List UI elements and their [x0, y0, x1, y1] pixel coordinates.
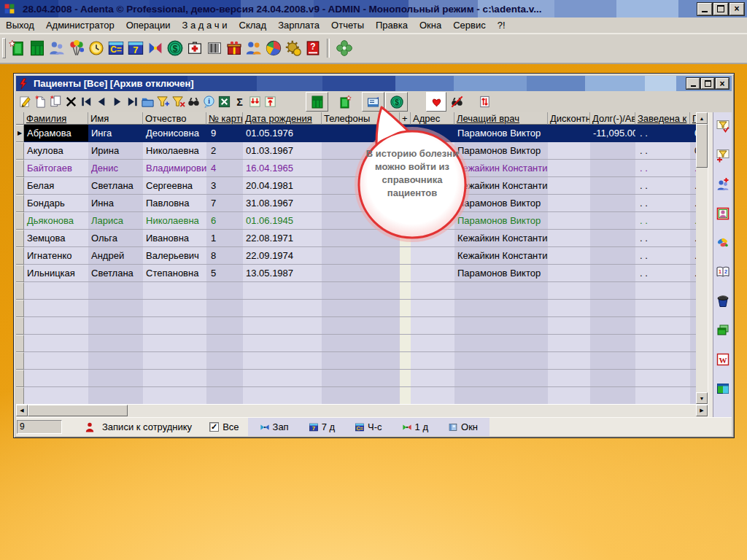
- column-header[interactable]: Долг(-)/Ава: [590, 112, 635, 125]
- table-row[interactable]: ▶ Абрамова Инга Деонисовна 9 01.05.1976: [16, 125, 696, 142]
- column-header[interactable]: Гар: [690, 112, 696, 125]
- table-row[interactable]: Байтогаев Денис Владимирович 4 16.04.196…: [16, 160, 696, 177]
- open-folder-icon[interactable]: [140, 94, 155, 110]
- excel-icon[interactable]: [217, 94, 232, 110]
- clock-icon[interactable]: [86, 39, 106, 58]
- staff-pair-icon[interactable]: [244, 39, 263, 58]
- column-header[interactable]: Телефоны: [322, 112, 400, 125]
- prev-record-icon[interactable]: [94, 94, 109, 110]
- column-header[interactable]: Заведена к: [635, 112, 690, 125]
- menu-item[interactable]: З а д а ч и: [177, 18, 233, 32]
- window-close-button[interactable]: ×: [716, 78, 729, 89]
- filter-add-icon[interactable]: [155, 94, 171, 110]
- import-icon[interactable]: [247, 94, 263, 110]
- table-row[interactable]: Белая Светлана Сергеевна 3 20.04.1981 Ке…: [16, 177, 696, 195]
- copy-record-icon[interactable]: [48, 94, 63, 110]
- word-export-icon[interactable]: [716, 352, 730, 369]
- column-header[interactable]: +: [400, 112, 411, 125]
- close-button[interactable]: ×: [729, 3, 744, 15]
- gift-icon[interactable]: [224, 39, 244, 58]
- column-header[interactable]: Дисконтн: [548, 112, 590, 125]
- vertical-scrollbar[interactable]: ▲ ▼: [696, 112, 708, 404]
- edit-icon[interactable]: [18, 94, 33, 110]
- column-header[interactable]: Лечащий врач: [454, 112, 548, 125]
- window-maximize-button[interactable]: [701, 78, 714, 89]
- ribbons-icon[interactable]: [145, 39, 165, 58]
- menu-item[interactable]: Выход: [0, 18, 40, 32]
- table-row[interactable]: Дьяконова Лариса Николаевна 6 01.06.1945…: [16, 212, 696, 230]
- add-patient-icon[interactable]: [716, 177, 730, 194]
- delete-icon[interactable]: [63, 94, 79, 110]
- menu-item[interactable]: Операции: [120, 18, 177, 32]
- column-header[interactable]: Имя: [88, 112, 143, 125]
- horizontal-scrollbar[interactable]: ◀ ▶: [16, 404, 708, 417]
- schedule-grid-icon[interactable]: [27, 39, 47, 58]
- exit-star-button[interactable]: [336, 94, 355, 110]
- window-minimize-button[interactable]: [686, 78, 700, 89]
- info-icon[interactable]: [201, 94, 217, 110]
- column-header[interactable]: Отчество: [143, 112, 206, 125]
- table-row[interactable]: Акулова Ирина Николаевна 2 01.03.1967 Па…: [16, 142, 696, 160]
- last-record-icon[interactable]: [125, 94, 140, 110]
- medkit-icon[interactable]: [185, 39, 204, 58]
- patients-icon[interactable]: [47, 39, 66, 58]
- planner-book-icon[interactable]: [716, 265, 730, 281]
- scroll-left-button[interactable]: ◀: [16, 405, 28, 416]
- table-row[interactable]: Игнатенко Андрей Валерьевич 8 22.09.1974…: [16, 247, 696, 265]
- quick-button[interactable]: Ч-с: [355, 421, 382, 432]
- column-header[interactable]: Фамилия: [24, 112, 88, 125]
- column-header[interactable]: Дата рождения: [243, 112, 322, 125]
- medical-history-button[interactable]: [362, 92, 384, 112]
- find-off-icon[interactable]: [448, 94, 465, 110]
- help-book-icon[interactable]: [303, 39, 322, 58]
- new-record-icon[interactable]: [33, 94, 48, 110]
- menu-item[interactable]: Правка: [370, 18, 414, 32]
- heart-button[interactable]: [426, 92, 446, 112]
- scroll-right-button[interactable]: ▶: [696, 405, 708, 416]
- vertical-scroll-thumb[interactable]: [696, 124, 708, 168]
- column-header[interactable]: № карты: [206, 112, 243, 125]
- menu-item[interactable]: ?!: [492, 18, 511, 32]
- find-icon[interactable]: [186, 94, 201, 110]
- holidays-icon[interactable]: [66, 39, 86, 58]
- clover-icon[interactable]: [334, 39, 354, 58]
- next-record-icon[interactable]: [109, 94, 125, 110]
- scroll-up-button[interactable]: ▲: [696, 112, 708, 124]
- toolbar-grip[interactable]: [2, 38, 6, 58]
- calendar-c-icon[interactable]: [106, 39, 125, 58]
- trash-bucket-icon[interactable]: [716, 294, 730, 311]
- windows-stack-icon[interactable]: [716, 323, 730, 340]
- menu-item[interactable]: Администратор: [40, 18, 120, 32]
- exit-door-icon[interactable]: [7, 39, 27, 58]
- quick-button[interactable]: 7 д: [309, 421, 335, 432]
- barcode-icon[interactable]: [204, 39, 224, 58]
- money-icon[interactable]: [165, 39, 185, 58]
- menu-item[interactable]: Сервис: [447, 18, 492, 32]
- column-header[interactable]: Адрес: [411, 112, 454, 125]
- pie-chart-icon[interactable]: [263, 39, 283, 58]
- table-row[interactable]: Земцова Ольга Ивановна 1 22.08.1971 Кежа…: [16, 230, 696, 247]
- quick-button[interactable]: Зап: [260, 421, 289, 432]
- quick-button[interactable]: 1 д: [402, 421, 428, 432]
- quick-button[interactable]: Окн: [448, 421, 478, 432]
- schedule-button[interactable]: [306, 92, 328, 112]
- horizontal-scroll-thumb[interactable]: [28, 405, 128, 416]
- gear-coin-icon[interactable]: [283, 39, 303, 58]
- updown-icon[interactable]: [476, 94, 493, 110]
- menu-item[interactable]: Зарплата: [272, 18, 325, 32]
- filter-add-doc-icon[interactable]: [716, 148, 730, 165]
- sum-icon[interactable]: [232, 94, 247, 110]
- first-record-icon[interactable]: [79, 94, 94, 110]
- filter-doc-icon[interactable]: [716, 119, 730, 136]
- export-icon[interactable]: [263, 94, 278, 110]
- payments-button[interactable]: [385, 92, 408, 112]
- scroll-down-button[interactable]: ▼: [696, 392, 708, 404]
- bird-icon[interactable]: [716, 236, 730, 252]
- filter-clear-icon[interactable]: [171, 94, 186, 110]
- all-checkbox[interactable]: ✓: [209, 422, 219, 432]
- calendar-7-icon[interactable]: [125, 39, 145, 58]
- menu-item[interactable]: Окна: [414, 18, 447, 32]
- minimize-button[interactable]: [697, 3, 712, 15]
- menu-item[interactable]: Склад: [233, 18, 273, 32]
- table-row[interactable]: Ильницкая Светлана Степановна 5 13.05.19…: [16, 265, 696, 282]
